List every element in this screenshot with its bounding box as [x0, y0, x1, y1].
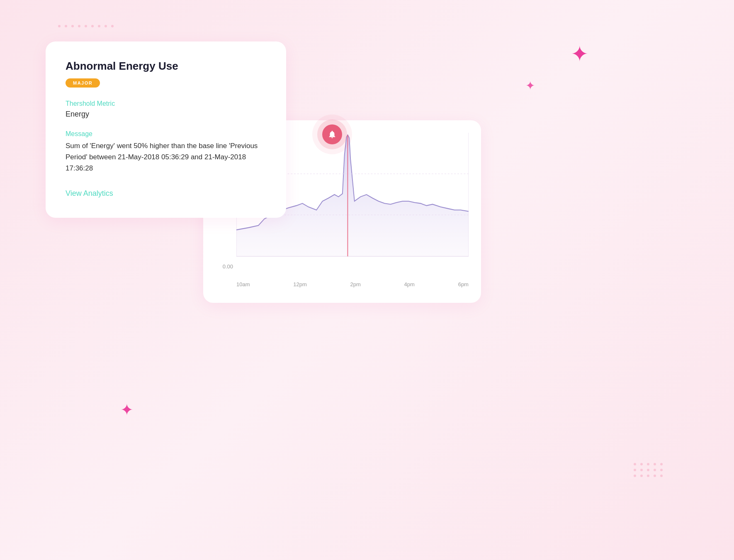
- x-axis-labels: 10am 12pm 2pm 4pm 6pm: [236, 278, 469, 290]
- bell-icon: [328, 130, 337, 139]
- decorative-dots-bottom-right: [634, 463, 664, 477]
- info-card: Abnormal Energy Use MAJOR Thershold Metr…: [46, 41, 286, 218]
- threshold-value: Energy: [66, 110, 266, 119]
- x-label-12pm: 12pm: [293, 281, 307, 287]
- alert-bell-marker: [322, 124, 342, 144]
- sparkle-icon-small: ✦: [525, 79, 535, 93]
- x-label-2pm: 2pm: [350, 281, 361, 287]
- y-label-0: 0.00: [223, 263, 233, 270]
- severity-badge: MAJOR: [66, 78, 100, 88]
- x-label-10am: 10am: [236, 281, 250, 287]
- card-title: Abnormal Energy Use: [66, 60, 266, 73]
- sparkle-icon-large: ✦: [571, 41, 589, 66]
- x-label-6pm: 6pm: [458, 281, 469, 287]
- threshold-label: Thershold Metric: [66, 100, 266, 107]
- decorative-dots-top: [58, 25, 114, 27]
- message-text: Sum of 'Energy' went 50% higher than the…: [66, 140, 266, 174]
- message-label: Message: [66, 130, 266, 138]
- view-analytics-link[interactable]: View Analytics: [66, 189, 113, 197]
- sparkle-icon-bottom: ✦: [120, 401, 134, 419]
- x-label-4pm: 4pm: [404, 281, 415, 287]
